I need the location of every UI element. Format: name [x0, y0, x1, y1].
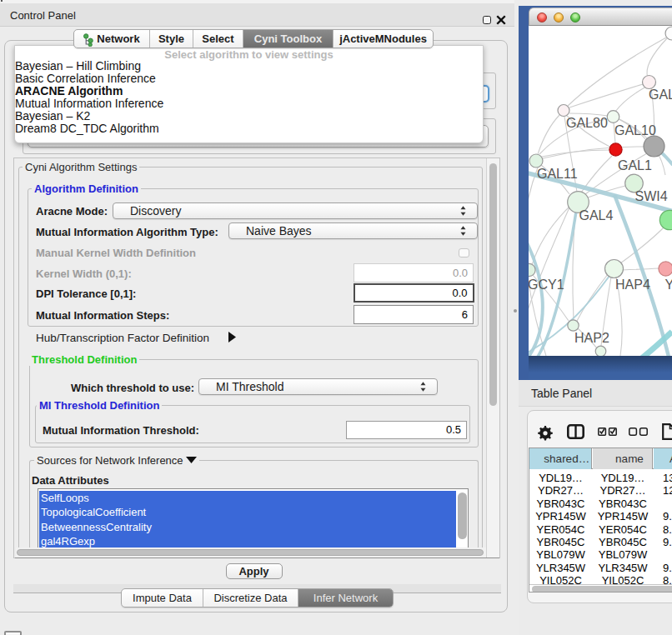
svg-text:GAL4: GAL4: [579, 208, 614, 222]
svg-text:HAP4: HAP4: [615, 278, 650, 292]
svg-text:GAL80: GAL80: [566, 116, 608, 130]
svg-text:GAL11: GAL11: [537, 167, 578, 181]
svg-text:GCY1: GCY1: [529, 278, 564, 292]
svg-text:YJ: YJ: [665, 278, 672, 292]
svg-text:GAL1: GAL1: [618, 158, 652, 172]
svg-text:HAP2: HAP2: [574, 331, 609, 345]
svg-text:GAL10: GAL10: [614, 123, 656, 138]
svg-text:SWI4: SWI4: [635, 189, 668, 203]
svg-text:GAL80: GAL80: [649, 88, 672, 102]
